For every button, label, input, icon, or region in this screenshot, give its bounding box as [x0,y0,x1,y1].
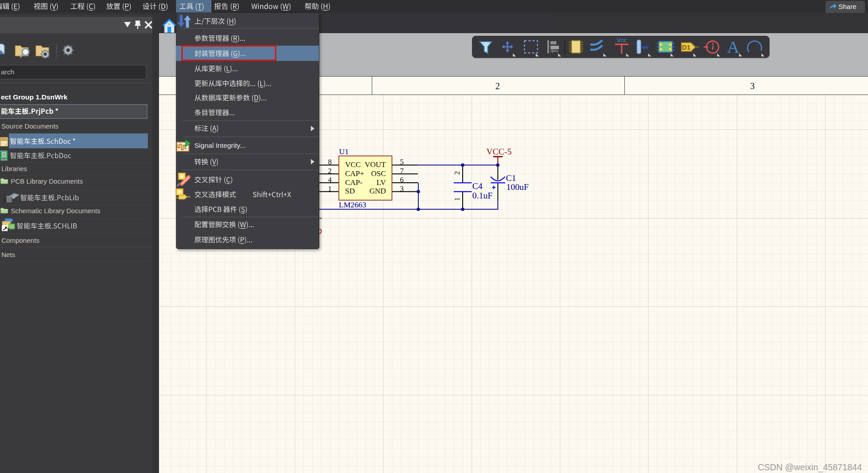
svg-text:VCC-5: VCC-5 [486,147,511,156]
svg-text:LM2663: LM2663 [339,200,367,209]
svg-text:1: 1 [453,197,461,201]
svg-text:GND: GND [370,187,386,195]
svg-text:C4: C4 [473,181,483,191]
svg-text:i: i [712,43,714,52]
svg-text:4: 4 [328,176,331,184]
svg-text:A: A [727,38,739,56]
svg-text:2: 2 [453,171,461,175]
svg-text:8: 8 [328,158,331,166]
svg-text:C1: C1 [506,173,516,183]
svg-text:6: 6 [400,176,404,184]
svg-text:OSC: OSC [371,169,386,178]
svg-text:VCC: VCC [345,160,361,169]
svg-text:0.1uF: 0.1uF [473,191,493,200]
svg-text:5: 5 [400,158,404,166]
svg-text:2: 2 [328,167,331,175]
svg-text:1: 1 [328,185,331,193]
svg-text:3: 3 [400,185,404,193]
svg-text:VOUT: VOUT [365,160,386,169]
svg-text:CAP-: CAP- [345,178,363,187]
svg-text:U1: U1 [339,147,348,156]
svg-text:7: 7 [400,167,404,175]
svg-text:Vcc: Vcc [617,37,627,43]
svg-text:CAP+: CAP+ [345,169,365,178]
svg-text:LV: LV [376,178,386,187]
svg-text:D1: D1 [682,43,690,51]
svg-text:100uF: 100uF [507,182,529,192]
svg-text:SD: SD [345,187,355,195]
